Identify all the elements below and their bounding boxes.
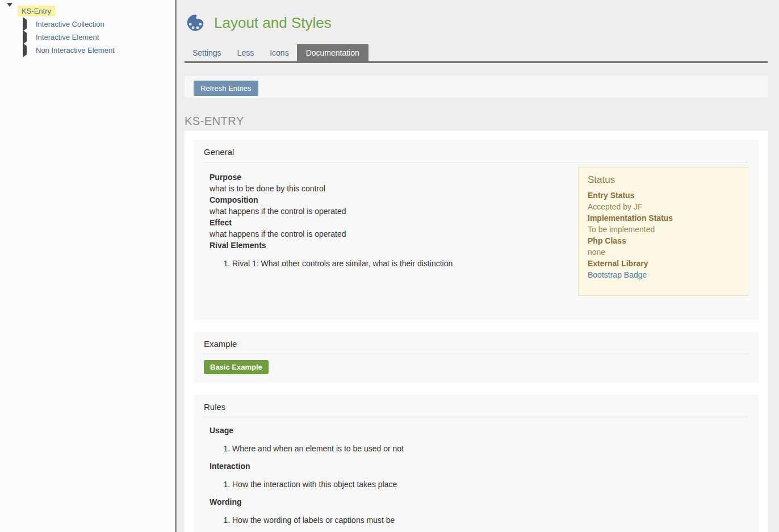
tab-settings[interactable]: Settings [185,44,229,61]
rival-elements-list: Rival 1: What other controls are similar… [210,258,562,269]
basic-example-badge: Basic Example [204,360,269,374]
divider [204,417,748,417]
tree-node-label[interactable]: KS-Entry [18,6,55,16]
tree-node-interactive-element[interactable]: Interactive Element [0,31,175,44]
section-example: Example Basic Example [194,332,759,383]
caret-down-icon[interactable] [7,7,12,15]
page-header-title: Layout and Styles [214,14,332,32]
status-field-label: Php Class [588,235,739,246]
list-item: How the interaction with this object tak… [232,480,748,489]
field-label: Rival Elements [210,240,562,251]
field-label: Effect [210,217,562,228]
status-field-value: Accepted by JF [588,201,739,212]
status-heading: Status [588,174,739,186]
tree-node-label[interactable]: Interactive Collection [33,19,107,30]
field-label: Composition [210,194,562,206]
rule-list: How the interaction with this object tak… [210,480,748,489]
main-content: Layout and Styles Settings Less Icons Do… [177,0,779,532]
section-general: General Purpose what is to be done by th… [194,140,759,320]
tab-documentation[interactable]: Documentation [297,44,368,61]
palette-icon [185,12,206,33]
section-general-heading: General [204,145,748,162]
field-value: what happens if the control is operated [210,228,562,240]
divider [204,162,748,162]
rules-body: Usage Where and when an element is to be… [210,426,748,532]
external-library-link[interactable]: Bootstrap Badge [588,269,739,280]
field-label: Purpose [210,171,562,183]
field-value: what happens if the control is operated [210,206,562,217]
status-field-value: To be implemented [588,224,739,235]
list-item: How the wording of labels or captions mu… [232,516,748,525]
refresh-entries-button[interactable]: Refresh Entries [194,81,258,96]
documentation-card: General Purpose what is to be done by th… [185,131,768,532]
section-rules-heading: Rules [204,400,748,417]
sidebar-tree: KS-Entry Interactive Collection Interact… [0,0,177,532]
caret-right-icon[interactable] [23,33,28,41]
tree-node-ks-entry[interactable]: KS-Entry [0,5,175,18]
rule-group-label: Interaction [210,462,748,471]
section-rules: Rules Usage Where and when an element is… [194,395,759,532]
app-header: Layout and Styles [185,0,768,33]
tab-icons[interactable]: Icons [262,44,296,61]
status-field-label: Implementation Status [588,212,739,224]
tree-node-label[interactable]: Non Interactive Element [33,45,117,56]
caret-right-icon[interactable] [23,46,28,55]
tree-node-interactive-collection[interactable]: Interactive Collection [0,18,175,31]
tabbar: Settings Less Icons Documentation [185,44,768,63]
toolbar: Refresh Entries [185,76,768,98]
status-box: Status Entry Status Accepted by JF Imple… [578,167,748,296]
rule-group-label: Wording [210,497,748,507]
status-field-label: Entry Status [588,190,739,201]
tree-node-label[interactable]: Interactive Element [33,32,101,43]
status-field-label: External Library [588,258,739,269]
divider [204,354,748,354]
tree-node-non-interactive-element[interactable]: Non Interactive Element [0,44,175,57]
page-title: KS-ENTRY [185,115,768,128]
field-value: what is to be done by this control [210,183,562,194]
tab-less[interactable]: Less [229,44,262,61]
general-body: Purpose what is to be done by this contr… [210,171,562,269]
caret-right-icon[interactable] [23,20,28,28]
rule-group-label: Usage [210,426,748,435]
rule-list: How the wording of labels or captions mu… [210,516,748,525]
rule-list: Where and when an element is to be used … [210,444,748,453]
list-item: Rival 1: What other controls are similar… [232,258,562,269]
list-item: Where and when an element is to be used … [232,444,748,453]
status-field-value: none [588,246,739,258]
section-example-heading: Example [204,337,748,354]
